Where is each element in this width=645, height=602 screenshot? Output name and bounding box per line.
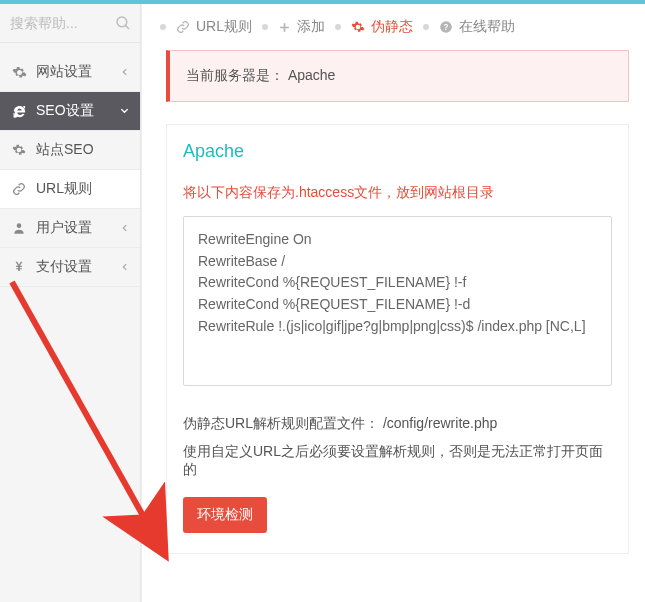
svg-point-0 (117, 17, 127, 27)
tab-pseudo-static[interactable]: 伪静态 (351, 18, 413, 36)
tab-add[interactable]: 添加 (278, 18, 325, 36)
user-icon (10, 221, 28, 235)
gear-icon (351, 20, 365, 34)
link-icon (176, 20, 190, 34)
htaccess-code[interactable] (183, 216, 612, 386)
chevron-left-icon (120, 64, 130, 80)
sidebar-item-pay-settings[interactable]: 支付设置 (0, 248, 140, 287)
alert-prefix: 当前服务器是： (186, 67, 284, 83)
tab-help[interactable]: ? 在线帮助 (439, 18, 515, 36)
sidebar-item-label: 支付设置 (36, 258, 92, 276)
panel-note: 使用自定义URL之后必须要设置解析规则，否则是无法正常打开页面的 (183, 443, 612, 479)
sidebar-item-label: 站点SEO (36, 141, 94, 159)
sidebar-item-label: 网站设置 (36, 63, 92, 81)
ie-icon (10, 104, 28, 119)
search-icon[interactable] (114, 14, 132, 32)
sidebar-item-url-rules[interactable]: URL规则 (0, 170, 140, 209)
chevron-left-icon (120, 259, 130, 275)
tab-label: 添加 (297, 18, 325, 36)
sidebar-menu: 网站设置 SEO设置 站点SEO (0, 53, 140, 287)
tab-separator (335, 24, 341, 30)
main-content: URL规则 添加 伪静态 ? 在线帮助 (141, 4, 645, 602)
tab-separator (423, 24, 429, 30)
config-prefix: 伪静态URL解析规则配置文件： (183, 415, 379, 431)
alert-server-name: Apache (288, 67, 335, 83)
tab-url-rules[interactable]: URL规则 (176, 18, 252, 36)
svg-point-2 (17, 223, 22, 228)
chevron-down-icon (119, 103, 130, 119)
sidebar-item-label: 用户设置 (36, 219, 92, 237)
app-root: 网站设置 SEO设置 站点SEO (0, 0, 645, 602)
sidebar-item-seo-settings[interactable]: SEO设置 (0, 92, 140, 131)
search-input[interactable] (8, 14, 110, 32)
config-line: 伪静态URL解析规则配置文件： /config/rewrite.php (183, 415, 612, 433)
chevron-left-icon (120, 220, 130, 236)
plus-icon (278, 21, 291, 34)
server-alert: 当前服务器是： Apache (166, 50, 629, 102)
tab-bar: URL规则 添加 伪静态 ? 在线帮助 (156, 14, 645, 50)
sidebar-search (0, 4, 140, 43)
sidebar-item-site-settings[interactable]: 网站设置 (0, 53, 140, 92)
panel-title: Apache (183, 141, 612, 162)
tab-label: URL规则 (196, 18, 252, 36)
gear-icon (10, 143, 28, 157)
svg-line-1 (125, 25, 129, 29)
sidebar-item-site-seo[interactable]: 站点SEO (0, 131, 140, 170)
sidebar: 网站设置 SEO设置 站点SEO (0, 4, 141, 602)
tab-separator (160, 24, 166, 30)
tab-label: 伪静态 (371, 18, 413, 36)
yen-icon (10, 260, 28, 274)
panel-instruction: 将以下内容保存为.htaccess文件，放到网站根目录 (183, 184, 612, 202)
sidebar-item-label: SEO设置 (36, 102, 94, 120)
config-path: /config/rewrite.php (383, 415, 497, 431)
link-icon (10, 182, 28, 196)
sidebar-item-user-settings[interactable]: 用户设置 (0, 209, 140, 248)
svg-text:?: ? (444, 23, 449, 32)
gear-icon (10, 65, 28, 80)
sidebar-item-label: URL规则 (36, 180, 92, 198)
tab-label: 在线帮助 (459, 18, 515, 36)
tab-separator (262, 24, 268, 30)
env-check-button[interactable]: 环境检测 (183, 497, 267, 533)
question-icon: ? (439, 20, 453, 34)
apache-panel: Apache 将以下内容保存为.htaccess文件，放到网站根目录 伪静态UR… (166, 124, 629, 554)
